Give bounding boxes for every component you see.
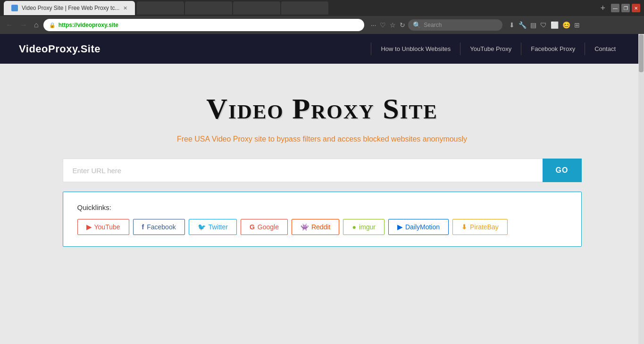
quicklink-google-label: Google bbox=[258, 223, 279, 231]
quicklink-reddit-label: Reddit bbox=[311, 223, 330, 231]
forward-button[interactable]: → bbox=[18, 20, 29, 30]
tab-title: Video Proxy Site | Free Web Proxy tc... bbox=[22, 5, 119, 11]
scrollbar-thumb[interactable] bbox=[639, 34, 644, 72]
other-tab-2[interactable] bbox=[185, 1, 232, 15]
browser-search-input[interactable] bbox=[424, 22, 490, 28]
emoji-icon[interactable]: 😊 bbox=[562, 21, 570, 29]
shield-icon[interactable]: 🛡 bbox=[540, 21, 547, 29]
facebook-icon: f bbox=[142, 223, 144, 231]
site-nav: How to Unblock Websites YouTube Proxy Fa… bbox=[371, 42, 625, 55]
library-icon[interactable]: ▤ bbox=[530, 21, 536, 29]
quicklink-twitter-label: Twitter bbox=[209, 223, 228, 231]
close-button[interactable]: ✕ bbox=[632, 4, 640, 12]
screenshots-icon[interactable]: ⬜ bbox=[551, 21, 559, 29]
menu-icon[interactable]: ··· bbox=[371, 21, 376, 29]
go-button[interactable]: GO bbox=[543, 159, 582, 182]
imgur-icon: ● bbox=[352, 223, 356, 231]
quicklinks-buttons: ▶ YouTube f Facebook 🐦 Twitter G Google … bbox=[77, 219, 567, 235]
url-display: https://videoproxy.site bbox=[59, 22, 118, 28]
quicklink-facebook[interactable]: f Facebook bbox=[133, 219, 185, 235]
grid-icon[interactable]: ⊞ bbox=[574, 21, 580, 29]
other-tabs bbox=[137, 1, 594, 15]
google-icon: G bbox=[250, 223, 255, 231]
scrollbar-track[interactable] bbox=[638, 34, 644, 344]
address-bar-row: ← → ⌂ 🔒 https://videoproxy.site ··· ♡ ☆ … bbox=[0, 16, 644, 34]
quicklink-youtube[interactable]: ▶ YouTube bbox=[77, 219, 129, 235]
toolbar-icons: ··· ♡ ☆ ↻ bbox=[371, 21, 406, 29]
tab-bar: Video Proxy Site | Free Web Proxy tc... … bbox=[0, 0, 644, 16]
quicklink-piratebay-label: PirateBay bbox=[470, 223, 499, 231]
tab-favicon bbox=[11, 5, 18, 11]
quicklink-piratebay[interactable]: ⬇ PirateBay bbox=[452, 219, 508, 235]
bookmark-icon[interactable]: ♡ bbox=[380, 21, 386, 29]
reddit-icon: 👾 bbox=[301, 223, 309, 231]
site-header: VideoProxy.Site How to Unblock Websites … bbox=[0, 34, 644, 64]
hero-title: Video Proxy Site bbox=[206, 92, 438, 126]
other-tab-4[interactable] bbox=[281, 1, 328, 15]
active-tab[interactable]: Video Proxy Site | Free Web Proxy tc... … bbox=[4, 1, 135, 15]
refresh-icon[interactable]: ↻ bbox=[400, 21, 405, 29]
quicklink-youtube-label: YouTube bbox=[94, 223, 120, 231]
url-input[interactable] bbox=[63, 159, 543, 182]
quicklink-twitter[interactable]: 🐦 Twitter bbox=[189, 219, 237, 235]
quicklink-dailymotion-label: DailyMotion bbox=[405, 223, 440, 231]
quicklinks-box: Quicklinks: ▶ YouTube f Facebook 🐦 Twitt… bbox=[63, 192, 582, 247]
youtube-icon: ▶ bbox=[86, 223, 92, 231]
download-icon[interactable]: ⬇ bbox=[509, 21, 515, 29]
back-button[interactable]: ← bbox=[4, 20, 15, 30]
url-form: GO bbox=[63, 159, 582, 182]
quicklink-imgur[interactable]: ● imgur bbox=[343, 219, 384, 235]
nav-youtube-proxy[interactable]: YouTube Proxy bbox=[460, 42, 521, 55]
address-bar[interactable]: 🔒 https://videoproxy.site bbox=[43, 19, 364, 31]
other-tab-3[interactable] bbox=[233, 1, 280, 15]
site-main: Video Proxy Site Free USA Video Proxy si… bbox=[0, 64, 644, 344]
nav-facebook-proxy[interactable]: Facebook Proxy bbox=[521, 42, 585, 55]
browser-search-bar[interactable]: 🔍 bbox=[408, 19, 502, 31]
star-icon[interactable]: ☆ bbox=[390, 21, 396, 29]
restore-button[interactable]: ❐ bbox=[621, 4, 630, 12]
extra-toolbar-icons: ⬇ 🔧 ▤ 🛡 ⬜ 😊 ⊞ bbox=[509, 21, 580, 29]
new-tab-button[interactable]: + bbox=[596, 3, 609, 13]
quicklink-facebook-label: Facebook bbox=[147, 223, 176, 231]
nav-how-to-unblock[interactable]: How to Unblock Websites bbox=[371, 42, 460, 55]
quicklink-dailymotion[interactable]: ▶ DailyMotion bbox=[388, 219, 449, 235]
tools-icon[interactable]: 🔧 bbox=[519, 21, 527, 29]
nav-contact[interactable]: Contact bbox=[585, 42, 625, 55]
minimize-button[interactable]: — bbox=[611, 4, 619, 12]
other-tab-1[interactable] bbox=[137, 1, 184, 15]
hero-subtitle: Free USA Video Proxy site to bypass filt… bbox=[177, 135, 467, 143]
quicklinks-label: Quicklinks: bbox=[77, 203, 567, 211]
dailymotion-icon: ▶ bbox=[397, 223, 402, 231]
quicklink-imgur-label: imgur bbox=[359, 223, 376, 231]
url-domain: videoproxy.site bbox=[77, 22, 118, 28]
home-button[interactable]: ⌂ bbox=[32, 20, 41, 30]
window-controls: — ❐ ✕ bbox=[611, 4, 640, 12]
twitter-icon: 🐦 bbox=[198, 223, 206, 231]
quicklink-reddit[interactable]: 👾 Reddit bbox=[292, 219, 339, 235]
browser-chrome: Video Proxy Site | Free Web Proxy tc... … bbox=[0, 0, 644, 34]
site-logo: VideoProxy.Site bbox=[19, 43, 100, 55]
search-icon: 🔍 bbox=[413, 21, 421, 29]
lock-icon: 🔒 bbox=[49, 22, 56, 28]
piratebay-icon: ⬇ bbox=[461, 223, 467, 231]
quicklink-google[interactable]: G Google bbox=[241, 219, 288, 235]
tab-close-button[interactable]: ✕ bbox=[123, 5, 127, 11]
